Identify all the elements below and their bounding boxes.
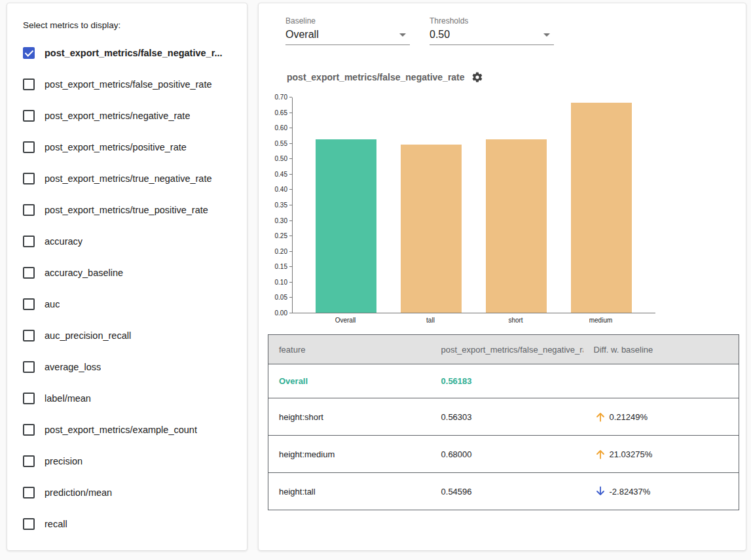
metric-selector-panel: Select metrics to display: post_export_m… [7, 3, 247, 551]
metric-item[interactable]: recall [23, 508, 231, 540]
metric-label: accuracy_baseline [45, 268, 123, 278]
checkbox-unchecked-icon[interactable] [23, 141, 35, 153]
thresholds-select-label: Thresholds [430, 16, 554, 26]
x-axis-label: Overall [315, 317, 376, 324]
table-header-diff: Diff. w. baseline [583, 335, 739, 364]
metric-item[interactable]: post_export_metrics/example_count [23, 414, 231, 446]
feature-cell: height:short [268, 398, 431, 436]
table-row: height:medium0.6800021.03275% [268, 436, 739, 473]
baseline-select-value: Overall [285, 29, 319, 41]
trend-up-icon [594, 447, 607, 461]
checkbox-unchecked-icon[interactable] [23, 518, 35, 530]
metric-label: post_export_metrics/true_positive_rate [45, 205, 208, 215]
x-axis-label: tall [400, 317, 461, 324]
checkbox-unchecked-icon[interactable] [23, 267, 35, 279]
diff-cell: 21.03275% [583, 436, 739, 473]
table-row: Overall0.56183 [268, 364, 739, 398]
metric-value-cell: 0.68000 [431, 436, 583, 473]
y-axis-tick-label: 0.40 [275, 186, 287, 193]
checkbox-unchecked-icon[interactable] [23, 236, 35, 247]
metric-item[interactable]: post_export_metrics/negative_rate [23, 100, 231, 131]
diff-value: 0.21249% [610, 412, 648, 422]
chevron-down-icon [399, 33, 406, 37]
checkbox-unchecked-icon[interactable] [23, 393, 35, 404]
metric-value-cell: 0.56303 [431, 398, 583, 436]
checkbox-unchecked-icon[interactable] [23, 79, 35, 90]
metric-label: post_export_metrics/positive_rate [45, 142, 187, 152]
metric-item[interactable]: precision [23, 446, 231, 477]
metric-item[interactable]: accuracy_baseline [23, 257, 231, 289]
checkbox-unchecked-icon[interactable] [23, 173, 35, 184]
table-row: height:tall0.54596-2.82437% [268, 473, 739, 510]
diff-cell: -2.82437% [583, 473, 739, 510]
metric-label: average_loss [45, 362, 101, 372]
metric-item[interactable]: post_export_metrics/true_negative_rate [23, 163, 231, 194]
checkbox-unchecked-icon[interactable] [23, 330, 35, 341]
metric-item[interactable]: post_export_metrics/false_positive_rate [23, 69, 231, 100]
metric-item[interactable]: prediction/mean [23, 477, 231, 508]
y-axis-tick-label: 0.25 [275, 232, 287, 239]
bar-short[interactable] [486, 139, 547, 313]
baseline-select-label: Baseline [285, 16, 410, 26]
metric-item[interactable]: label/mean [23, 383, 231, 414]
chart-header: post_export_metrics/false_negative_rate [287, 71, 739, 83]
table-header-row: feature post_export_metrics/false_negati… [268, 335, 739, 364]
bar-tall[interactable] [401, 145, 462, 313]
metric-label: label/mean [45, 393, 91, 404]
checkbox-checked-icon[interactable] [23, 47, 35, 59]
x-axis-labels: Overalltallshortmedium [292, 313, 739, 325]
y-axis-tick-label: 0.55 [275, 140, 287, 147]
checkbox-unchecked-icon[interactable] [23, 110, 35, 122]
bar-medium[interactable] [571, 103, 632, 313]
gear-icon[interactable] [471, 71, 483, 83]
y-axis-tick-label: 0.00 [275, 309, 287, 317]
x-axis-label: medium [570, 317, 631, 324]
metric-item[interactable]: post_export_metrics/true_positive_rate [23, 194, 231, 226]
table-header-metric: post_export_metrics/false_negative_rat..… [431, 335, 583, 364]
chart-title: post_export_metrics/false_negative_rate [287, 72, 465, 82]
y-axis-tick-label: 0.65 [275, 109, 287, 116]
checkbox-unchecked-icon[interactable] [23, 298, 35, 310]
bar-overall[interactable] [316, 139, 376, 313]
y-axis-tick-label: 0.60 [275, 124, 287, 131]
metric-label: post_export_metrics/false_positive_rate [45, 79, 212, 90]
y-axis-tick-label: 0.20 [275, 248, 287, 255]
checkbox-unchecked-icon[interactable] [23, 204, 35, 216]
chevron-down-icon [543, 33, 550, 37]
metric-label: recall [45, 519, 67, 529]
thresholds-select[interactable]: Thresholds 0.50 [430, 16, 554, 45]
metrics-table: feature post_export_metrics/false_negati… [268, 334, 739, 510]
metric-item[interactable]: average_loss [23, 351, 231, 383]
checkbox-unchecked-icon[interactable] [23, 424, 35, 436]
metric-item[interactable]: auc [23, 289, 231, 320]
y-axis-tick-label: 0.10 [275, 279, 287, 286]
metric-label: prediction/mean [45, 487, 112, 498]
baseline-select[interactable]: Baseline Overall [285, 16, 410, 45]
metric-item[interactable]: post_export_metrics/positive_rate [23, 131, 231, 163]
table-row: height:short0.563030.21249% [268, 398, 739, 436]
y-axis-tick-label: 0.45 [275, 171, 287, 178]
thresholds-select-value: 0.50 [430, 29, 450, 41]
metric-label: post_export_metrics/true_negative_rate [45, 173, 212, 184]
metric-label: precision [45, 456, 82, 466]
y-axis-tick-label: 0.35 [275, 201, 287, 209]
results-panel: Baseline Overall Thresholds 0.50 post_ex… [258, 3, 746, 551]
y-axis: 0.000.050.100.150.200.250.300.350.400.45… [268, 97, 292, 313]
checkbox-unchecked-icon[interactable] [23, 361, 35, 373]
metric-value-cell: 0.54596 [431, 473, 583, 510]
table-header-feature: feature [268, 335, 431, 364]
metric-label: post_export_metrics/negative_rate [45, 111, 190, 121]
checkbox-unchecked-icon[interactable] [23, 455, 35, 467]
diff-value: -2.82437% [610, 487, 651, 497]
metric-item[interactable]: auc_precision_recall [23, 320, 231, 351]
feature-cell: Overall [268, 364, 431, 398]
metric-item[interactable]: accuracy [23, 226, 231, 257]
metric-item[interactable]: post_export_metrics/false_negative_r... [23, 37, 231, 69]
x-axis-label: short [485, 317, 546, 324]
y-axis-tick-label: 0.05 [275, 294, 287, 301]
metric-label: auc [45, 299, 60, 309]
metric-label: accuracy [45, 236, 82, 247]
plot-area [292, 97, 655, 313]
y-axis-tick-label: 0.30 [275, 217, 287, 224]
checkbox-unchecked-icon[interactable] [23, 487, 35, 499]
